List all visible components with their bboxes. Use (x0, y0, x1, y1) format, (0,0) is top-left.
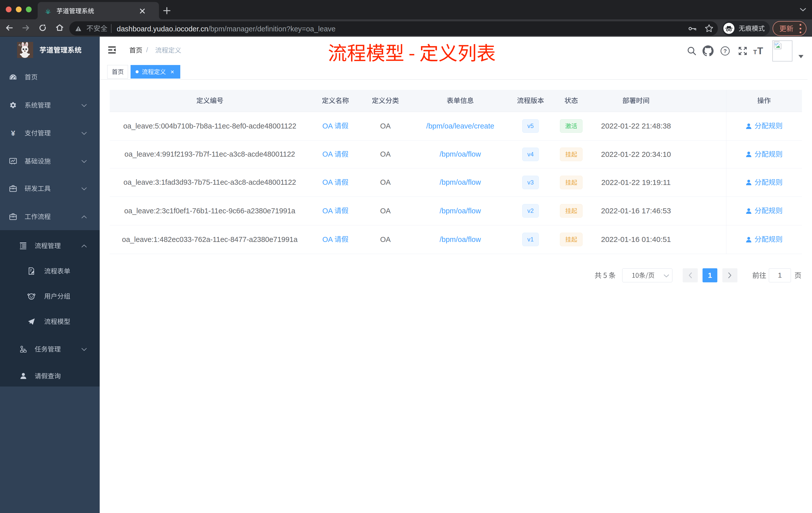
svg-text:?: ? (723, 48, 727, 54)
svg-text:T: T (757, 46, 763, 56)
svg-text:¥: ¥ (11, 129, 15, 137)
svg-text:T: T (753, 49, 757, 56)
